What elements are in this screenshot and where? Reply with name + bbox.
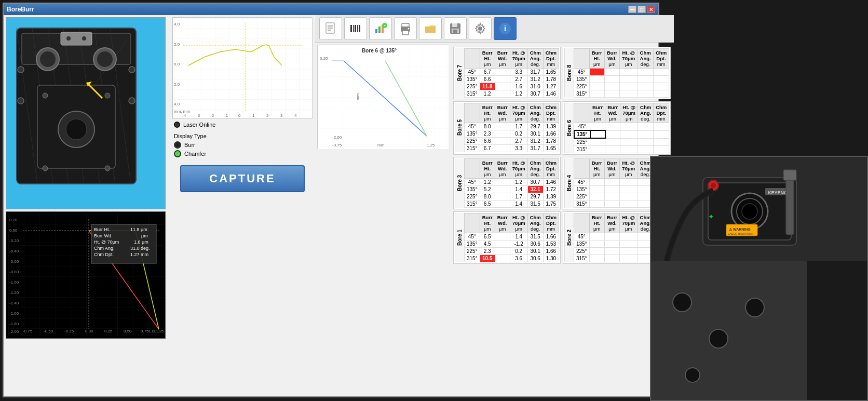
svg-point-13 <box>97 51 113 67</box>
info-button[interactable]: i <box>494 17 517 40</box>
bore6-label: Bore 6 <box>564 103 574 153</box>
svg-text:-1.20: -1.20 <box>9 290 19 295</box>
table-row: 135°5.21.432.11.72 <box>465 186 559 193</box>
burr-radio-button[interactable] <box>174 141 181 149</box>
svg-rect-94 <box>357 25 358 32</box>
middle-panel: 4.0 2.0 0.0 2.0 4.0 mm, mm -4 -3 -2 -1 0… <box>170 15 315 396</box>
bore1-label: Bore 1 <box>455 213 464 262</box>
right-section: + i <box>315 15 674 396</box>
burr-radio-row[interactable]: Burr <box>174 141 311 149</box>
svg-rect-106 <box>452 23 457 27</box>
svg-rect-125 <box>651 261 807 401</box>
svg-text:1.6  μm: 1.6 μm <box>134 239 148 245</box>
svg-point-18 <box>18 98 24 104</box>
bore5-block: Bore 5 Burr Ht.μm Burr Wd.μm Ht. @ 70μmμ… <box>453 101 561 155</box>
print-button[interactable] <box>394 17 417 40</box>
svg-text:-0.80: -0.80 <box>9 270 19 274</box>
table-row: 45°1.21.230.71.46 <box>465 179 559 186</box>
bore6-block: Bore 6 Burr Ht.μm Burr Wd.μm Ht. @ 70μmμ… <box>563 101 671 155</box>
svg-text:0.0: 0.0 <box>174 62 180 66</box>
svg-rect-69 <box>173 18 313 119</box>
table-row: 315° <box>574 90 669 98</box>
left-panel: 0.20 0.00 -0.20 -0.40 -0.60 -0.80 -1.00 … <box>4 15 170 396</box>
bore8-block: Bore 8 Burr Ht.μm Burr Wd.μm Ht. @ 70μmμ… <box>563 47 671 99</box>
bore3-label: Bore 3 <box>455 158 464 208</box>
svg-text:0: 0 <box>238 113 241 118</box>
svg-text:-2.00: -2.00 <box>9 329 19 334</box>
capture-button[interactable]: CAPTURE <box>180 165 305 192</box>
table-row: 225°2.30.230.11.66 <box>465 248 559 255</box>
table-row: 315° <box>574 146 669 153</box>
svg-text:-0.20: -0.20 <box>9 238 19 243</box>
svg-text:-2: -2 <box>210 113 214 118</box>
barcode-button[interactable] <box>344 17 367 40</box>
svg-text:i: i <box>504 24 506 33</box>
svg-point-11 <box>40 51 56 67</box>
laser-status: Laser Online <box>172 121 313 129</box>
table-row: 315°1.21.230.71.46 <box>465 90 559 98</box>
svg-text:-1.00: -1.00 <box>9 280 19 285</box>
camera-photo: KEYENCE ⚠ WARNING LASER RADIATION ✦ <box>650 156 868 401</box>
bore2-label: Bore 2 <box>564 213 574 262</box>
close-button[interactable]: ✕ <box>647 6 655 13</box>
svg-point-134 <box>742 204 757 219</box>
svg-text:2.0: 2.0 <box>174 42 180 47</box>
toolbar: + i <box>315 15 674 43</box>
svg-text:Burr Wd.: Burr Wd. <box>94 233 113 238</box>
table-row: 315°10.53.630.61.30 <box>465 255 559 262</box>
folder-button[interactable] <box>419 17 442 40</box>
table-row: 45°6.51.431.51.66 <box>465 233 559 240</box>
svg-point-129 <box>685 368 700 382</box>
chamfer-label: Chamfer <box>184 151 206 157</box>
laser-status-label: Laser Online <box>183 122 215 128</box>
svg-text:Chm Dpt.: Chm Dpt. <box>94 252 114 257</box>
svg-rect-143 <box>783 170 796 180</box>
svg-text:mm: mm <box>356 93 360 100</box>
svg-text:✦: ✦ <box>708 212 714 221</box>
minimize-button[interactable]: — <box>628 6 636 13</box>
svg-text:-2.00: -2.00 <box>332 135 342 140</box>
svg-text:0.20: 0.20 <box>9 218 18 222</box>
svg-point-16 <box>82 36 86 41</box>
svg-point-26 <box>43 166 48 171</box>
svg-text:-3: -3 <box>196 113 200 118</box>
svg-text:-4: -4 <box>182 113 186 118</box>
svg-point-20 <box>129 98 135 104</box>
display-type-section: Display Type Burr Chamfer <box>172 131 313 161</box>
svg-text:Burr Ht.: Burr Ht. <box>94 227 110 232</box>
svg-text:-0.40: -0.40 <box>9 249 19 253</box>
new-document-button[interactable] <box>319 17 342 40</box>
svg-text:-0.25: -0.25 <box>64 329 74 333</box>
svg-text:-1.60: -1.60 <box>9 311 19 316</box>
svg-text:μm: μm <box>141 233 148 238</box>
title-bar: BoreBurr — □ ✕ <box>4 4 658 15</box>
svg-text:2: 2 <box>266 113 269 118</box>
table-row: 45°8.01.729.71.39 <box>465 123 559 130</box>
svg-rect-93 <box>355 25 356 32</box>
chamfer-radio-row[interactable]: Chamfer <box>174 150 311 157</box>
svg-text:31.0 deg.: 31.0 deg. <box>130 246 150 251</box>
svg-text:2.0: 2.0 <box>174 82 180 87</box>
app-window: BoreBurr — □ ✕ <box>3 3 659 397</box>
svg-point-17 <box>18 66 24 73</box>
settings-button[interactable] <box>469 17 492 40</box>
svg-text:0.75: 0.75 <box>141 329 149 333</box>
bottom-chart: 0.20 0.00 -0.20 -0.40 -0.60 -0.80 -1.00 … <box>6 211 166 339</box>
bore5-label: Bore 5 <box>455 103 464 152</box>
svg-rect-95 <box>359 25 360 32</box>
chamfer-radio-button[interactable] <box>174 150 181 157</box>
svg-point-104 <box>408 28 410 30</box>
chart-add-button[interactable]: + <box>369 17 392 40</box>
svg-text:Ht. @ 70μm: Ht. @ 70μm <box>94 239 119 245</box>
save-button[interactable] <box>444 17 467 40</box>
svg-point-24 <box>43 93 48 98</box>
svg-text:-1.40: -1.40 <box>9 301 19 305</box>
svg-text:-1: -1 <box>224 113 228 118</box>
svg-text:1.27 mm: 1.27 mm <box>130 252 148 257</box>
svg-point-127 <box>709 329 728 348</box>
svg-text:0.00: 0.00 <box>9 228 18 233</box>
bore4-label: Bore 4 <box>564 158 574 208</box>
maximize-button[interactable]: □ <box>638 6 646 13</box>
bore7-block: Bore 7 Burr Ht.μm Burr Wd.μm Ht. @ 70μmμ… <box>453 47 561 99</box>
svg-point-109 <box>478 26 482 31</box>
